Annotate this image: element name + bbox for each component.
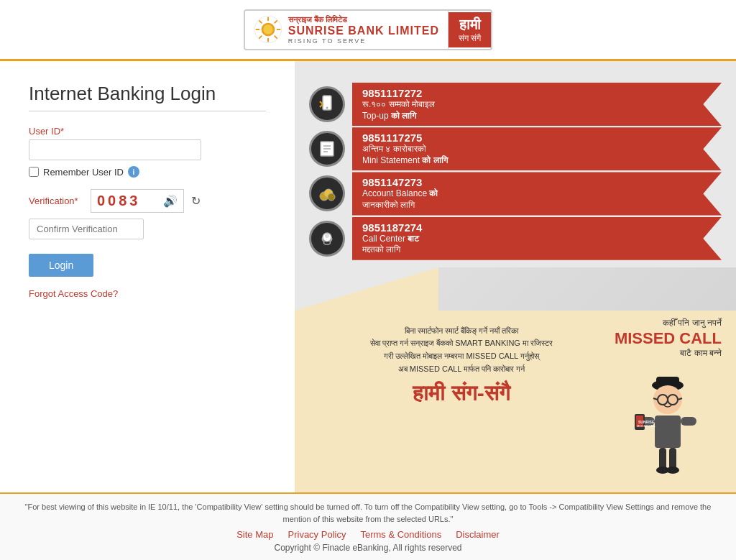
- info-card-content-3: 9851147273 Account Balance कोजानकारीको ल…: [352, 172, 722, 215]
- info-card-icon-4: [309, 221, 345, 257]
- left-panel: Internet Banking Login User ID* Remember…: [0, 61, 295, 492]
- character-svg: SUNRISE MISSED CALL: [625, 364, 711, 479]
- footer: "For best viewing of this website in IE …: [0, 492, 736, 560]
- bank-logo-icon: [254, 15, 282, 44]
- forgot-access-code-link[interactable]: Forgot Access Code?: [29, 288, 266, 299]
- info-card-number-4: 9851187274: [362, 221, 712, 234]
- sub-text-1: बिना स्मार्टफोन स्मार्ट बैंकिङ् गर्ने नय…: [309, 325, 614, 338]
- captcha-text: 0083: [97, 193, 163, 209]
- svg-rect-23: [656, 377, 679, 387]
- info-card-icon-1: [309, 86, 345, 122]
- sub-text-3: गरी उल्लेखित मोबाइल नम्बरमा MISSED CALL …: [309, 350, 614, 363]
- sang-sangi-text: संग संगै: [459, 33, 481, 43]
- missed-call-big-text: MISSED CALL: [614, 329, 722, 348]
- svg-rect-38: [669, 448, 676, 469]
- info-cards: 9851117272 रू.१०० सम्मको मोबाइलTop-up को…: [295, 68, 736, 267]
- user-id-group: User ID* Remember User ID i: [29, 124, 266, 178]
- verification-group: Verification* 0083 🔊 ↻: [29, 189, 266, 239]
- right-bottom-right: कहीँ पनि जानु नपर्ने MISSED CALL बाटै का…: [614, 318, 722, 482]
- bank-logo-left: सन्राइज बैंक लिमिटेड SUNRISE BANK LIMITE…: [245, 11, 448, 49]
- footer-link-terms[interactable]: Terms & Conditions: [360, 529, 441, 540]
- sub-text-2: सेवा प्राप्त गर्न सन्राइज बैंकको SMART B…: [309, 337, 614, 350]
- captcha-box: 0083 🔊: [91, 189, 184, 213]
- confirm-verification-input[interactable]: [29, 219, 144, 239]
- bank-tagline: RISING TO SERVE: [288, 37, 439, 45]
- info-card-number-3: 9851147273: [362, 176, 712, 188]
- right-panel: 9851117272 रू.१०० सम्मको मोबाइलTop-up को…: [295, 61, 736, 492]
- info-card-content-4: 9851187274 Call Center बाटमद्दतको लागि: [352, 217, 722, 260]
- verification-label: Verification*: [29, 196, 86, 206]
- character-illustration: SUNRISE MISSED CALL: [614, 364, 722, 482]
- info-card-icon-3: [309, 175, 345, 211]
- info-card-desc-3: Account Balance कोजानकारीको लागि: [362, 188, 712, 211]
- right-top: 9851117272 रू.१०० सम्मको मोबाइलTop-up को…: [295, 61, 736, 267]
- svg-text:MISSED CALL: MISSED CALL: [637, 424, 656, 428]
- login-group: Login: [29, 251, 266, 277]
- sub-text-4: अब MISSED CALL मार्फत पनि कारोबार गर्न: [309, 363, 614, 376]
- footer-notice: "For best viewing of this website in IE …: [14, 501, 722, 525]
- bank-logo-right: हामी संग संगै: [448, 12, 491, 47]
- footer-links: Site Map Privacy Policy Terms & Conditio…: [14, 529, 722, 540]
- svg-point-2: [263, 24, 272, 34]
- svg-rect-32: [681, 417, 696, 426]
- info-card-content-2: 9851117275 अन्तिम ४ कारोबारकोMini Statem…: [352, 127, 722, 170]
- bank-name-text: सन्राइज बैंक लिमिटेड SUNRISE BANK LIMITE…: [288, 15, 439, 45]
- footer-link-disclaimer[interactable]: Disclaimer: [456, 529, 500, 540]
- page-title: Internet Banking Login: [29, 83, 266, 111]
- verification-row: Verification* 0083 🔊 ↻: [29, 189, 266, 213]
- svg-point-19: [328, 193, 335, 201]
- user-id-label: User ID*: [29, 126, 64, 137]
- svg-rect-37: [659, 448, 666, 469]
- footer-link-privacy[interactable]: Privacy Policy: [288, 529, 346, 540]
- bank-logo: सन्राइज बैंक लिमिटेड SUNRISE BANK LIMITE…: [244, 9, 493, 50]
- right-bottom: बिना स्मार्टफोन स्मार्ट बैंकिङ् गर्ने नय…: [295, 311, 736, 492]
- footer-link-sitemap[interactable]: Site Map: [236, 529, 273, 540]
- bottom-text-block: बिना स्मार्टफोन स्मार्ट बैंकिङ् गर्ने नय…: [309, 325, 614, 406]
- info-card-4: 9851187274 Call Center बाटमद्दतको लागि: [309, 217, 722, 260]
- user-id-input[interactable]: [29, 139, 201, 160]
- info-card-number-2: 9851117275: [362, 132, 712, 144]
- remember-checkbox[interactable]: [29, 167, 39, 177]
- triangle-separator: [295, 267, 438, 311]
- missed-call-line2: बाटै काम बन्ने: [614, 348, 722, 358]
- bank-name-english: SUNRISE BANK LIMITED: [288, 24, 439, 37]
- captcha-refresh-icon[interactable]: ↻: [191, 194, 201, 208]
- remember-row: Remember User ID i: [29, 166, 266, 178]
- info-card-1: 9851117272 रू.१०० सम्मको मोबाइलTop-up को…: [309, 83, 722, 126]
- svg-rect-30: [655, 416, 681, 448]
- footer-copyright: Copyright © Finacle eBanking, All rights…: [14, 543, 722, 553]
- info-card-3: 9851147273 Account Balance कोजानकारीको ल…: [309, 172, 722, 215]
- login-button[interactable]: Login: [29, 254, 93, 277]
- captcha-speaker-icon[interactable]: 🔊: [163, 194, 178, 208]
- missed-call-small-text: कहीँ पनि जानु नपर्ने: [614, 318, 722, 328]
- info-card-desc-4: Call Center बाटमद्दतको लागि: [362, 234, 712, 256]
- svg-point-12: [326, 107, 328, 109]
- info-card-content-1: 9851117272 रू.१०० सम्मको मोबाइलTop-up को…: [352, 83, 722, 126]
- svg-point-40: [666, 467, 679, 474]
- bank-name-nepali: सन्राइज बैंक लिमिटेड: [288, 15, 439, 24]
- hami-text: हामी: [459, 17, 481, 33]
- info-card-number-1: 9851117272: [362, 87, 712, 99]
- info-card-icon-2: [309, 131, 345, 167]
- hami-sang-sangi-big: हामी संग-संगै: [309, 381, 614, 406]
- info-card-desc-1: रू.१०० सम्मको मोबाइलTop-up को लागि: [362, 99, 712, 121]
- main-content: Internet Banking Login User ID* Remember…: [0, 61, 736, 492]
- right-bottom-left: बिना स्मार्टफोन स्मार्ट बैंकिङ् गर्ने नय…: [309, 318, 614, 410]
- info-card-2: 9851117275 अन्तिम ४ कारोबारकोMini Statem…: [309, 127, 722, 170]
- info-icon[interactable]: i: [128, 166, 139, 178]
- top-header: सन्राइज बैंक लिमिटेड SUNRISE BANK LIMITE…: [0, 0, 736, 61]
- remember-label: Remember User ID: [43, 167, 124, 178]
- right-section-text: कहीँ पनि जानु नपर्ने MISSED CALL बाटै का…: [614, 318, 722, 358]
- info-card-desc-2: अन्तिम ४ कारोबारकोMini Statement को लागि: [362, 144, 712, 166]
- svg-point-21: [325, 234, 329, 238]
- bottom-text-lines: बिना स्मार्टफोन स्मार्ट बैंकिङ् गर्ने नय…: [309, 325, 614, 375]
